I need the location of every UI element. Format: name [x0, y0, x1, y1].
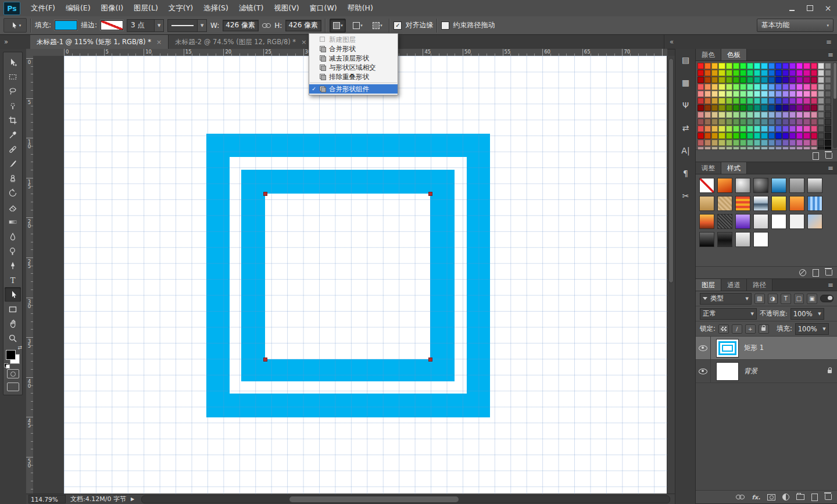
color-swatch[interactable] [761, 119, 767, 125]
paragraph-panel-icon[interactable]: ¶ [678, 167, 693, 180]
menu-item-path-op[interactable]: 减去顶层形状 [309, 53, 398, 63]
color-swatch[interactable] [718, 98, 725, 104]
panel-tab-路径[interactable]: 路径 [747, 279, 772, 291]
path-selection-tool[interactable] [5, 287, 21, 302]
color-swatch[interactable] [818, 105, 824, 111]
color-swatch[interactable] [740, 126, 746, 132]
zoom-level-field[interactable]: 114.79% [28, 495, 66, 503]
style-swatch[interactable] [753, 232, 768, 247]
color-swatch[interactable] [811, 105, 817, 111]
menu-item[interactable]: 滤镜(T) [234, 0, 269, 16]
style-swatch[interactable] [771, 196, 786, 211]
document-canvas[interactable] [64, 56, 667, 494]
color-swatch[interactable] [818, 133, 824, 139]
color-swatch[interactable] [803, 70, 810, 76]
opacity-field[interactable]: 100% ▼ [791, 308, 824, 320]
filter-smart-objects-icon[interactable]: ▣ [807, 294, 817, 304]
color-swatch[interactable] [718, 63, 725, 69]
color-swatch[interactable] [704, 112, 711, 118]
color-swatch[interactable] [768, 126, 775, 132]
color-swatch[interactable] [704, 91, 711, 97]
color-swatch[interactable] [818, 70, 824, 76]
color-swatch[interactable] [747, 119, 753, 125]
color-swatch[interactable] [740, 98, 746, 104]
color-swatch[interactable] [796, 84, 803, 90]
color-swatch[interactable] [775, 84, 782, 90]
color-swatch[interactable] [733, 126, 739, 132]
color-swatch[interactable] [796, 126, 803, 132]
color-swatch[interactable] [775, 140, 782, 146]
quick-mask-button[interactable] [7, 369, 19, 378]
filter-shape-layers-icon[interactable]: □ [794, 294, 804, 304]
color-swatch[interactable] [782, 98, 789, 104]
color-swatch[interactable] [698, 146, 704, 149]
color-swatch[interactable] [789, 133, 796, 139]
color-swatch[interactable] [782, 140, 789, 146]
color-swatch[interactable] [754, 105, 760, 111]
style-swatch[interactable] [699, 214, 714, 229]
color-swatch[interactable] [740, 112, 746, 118]
canvas-viewport[interactable] [33, 56, 667, 494]
color-swatch[interactable] [789, 84, 796, 90]
color-swatch[interactable] [796, 133, 803, 139]
color-swatch[interactable] [818, 77, 824, 83]
color-swatch[interactable] [811, 84, 817, 90]
color-swatch[interactable] [775, 146, 782, 149]
color-swatch[interactable] [803, 105, 810, 111]
color-swatch[interactable] [718, 126, 725, 132]
color-swatch[interactable] [775, 98, 782, 104]
color-swatch[interactable] [803, 84, 810, 90]
color-swatch[interactable] [811, 133, 817, 139]
new-swatch-icon[interactable] [813, 152, 819, 160]
color-swatch[interactable] [768, 146, 775, 149]
color-swatch[interactable] [796, 112, 803, 118]
layer-thumbnail[interactable] [716, 339, 739, 358]
blend-mode-dropdown[interactable]: 正常 ▼ [700, 308, 757, 320]
delete-swatch-icon[interactable] [825, 153, 832, 159]
color-swatch[interactable] [782, 105, 789, 111]
color-swatch[interactable] [768, 105, 775, 111]
color-swatch[interactable] [768, 70, 775, 76]
color-swatch[interactable] [775, 63, 782, 69]
color-swatch[interactable] [796, 70, 803, 76]
color-swatch[interactable] [711, 70, 718, 76]
color-swatch[interactable] [761, 133, 767, 139]
filter-kind-dropdown[interactable]: 类型 ▼ [700, 293, 752, 305]
status-flyout-icon[interactable]: ▶ [131, 496, 134, 502]
color-swatch[interactable] [775, 70, 782, 76]
color-swatch[interactable] [726, 119, 732, 125]
color-swatch[interactable] [818, 119, 824, 125]
color-swatch[interactable] [711, 133, 718, 139]
stroke-type-dropdown[interactable]: ▼ [167, 19, 207, 32]
path-alignment-button[interactable]: ▾ [349, 19, 366, 33]
style-swatch[interactable] [771, 214, 786, 229]
vertical-scrollbar-thumb[interactable] [668, 58, 674, 283]
constrain-path-checkbox[interactable] [441, 22, 449, 30]
color-swatch[interactable] [768, 84, 775, 90]
color-swatch[interactable] [811, 77, 817, 83]
type-tool[interactable]: T [5, 273, 21, 287]
eyedropper-tool[interactable] [5, 127, 21, 142]
color-swatch[interactable] [726, 91, 732, 97]
color-swatch[interactable] [789, 126, 796, 132]
color-swatch[interactable] [704, 119, 711, 125]
style-swatch[interactable] [789, 214, 804, 229]
color-swatch[interactable] [740, 84, 746, 90]
document-tab[interactable]: 未标题-1 @ 115% (矩形 1, RGB/8) *× [30, 35, 169, 49]
color-swatch[interactable] [718, 84, 725, 90]
menu-item-path-op[interactable]: 排除重叠形状 [309, 72, 398, 81]
color-swatch[interactable] [726, 126, 732, 132]
color-swatch[interactable] [747, 70, 753, 76]
color-swatch[interactable] [803, 140, 810, 146]
color-swatch[interactable] [733, 105, 739, 111]
tool-presets-icon[interactable]: Ψ [678, 99, 693, 112]
color-swatch[interactable] [726, 112, 732, 118]
rectangle-tool[interactable] [5, 302, 21, 316]
color-swatch[interactable] [768, 112, 775, 118]
tab-close-icon[interactable]: × [156, 38, 162, 46]
color-swatch[interactable] [740, 140, 746, 146]
filter-type-layers-icon[interactable]: T [781, 294, 791, 304]
color-swatch[interactable] [811, 146, 817, 149]
color-swatch[interactable] [747, 112, 753, 118]
blur-tool[interactable] [5, 229, 21, 244]
